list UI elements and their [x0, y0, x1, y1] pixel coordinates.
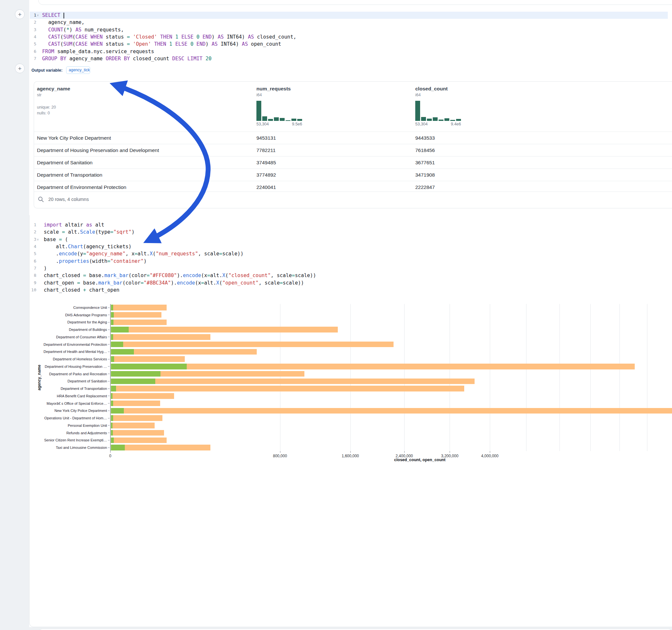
x-tick-label: 1,600,000	[342, 454, 359, 458]
x-tick-label: 4,000,000	[481, 454, 498, 458]
bar-open	[111, 312, 114, 318]
bar-open	[111, 415, 114, 421]
bar-closed	[111, 327, 338, 333]
y-axis-label: Mayorâ€ s Office of Special Enforce…	[30, 402, 107, 406]
bar-closed	[111, 401, 160, 406]
y-axis-line	[110, 304, 111, 452]
bar-open	[111, 356, 114, 362]
y-axis-label: Department of Transportation	[30, 387, 107, 390]
bar-open	[111, 386, 116, 391]
y-axis-label: Department of Parks and Recreation	[30, 372, 107, 376]
y-axis-label: Taxi and Limousine Commission	[30, 445, 107, 450]
y-axis-label: Department for the Aging	[30, 320, 107, 324]
x-tick-label: 0	[109, 454, 112, 458]
x-tick-label: 800,000	[273, 454, 287, 458]
gridline	[559, 304, 560, 452]
y-axis-label: Refunds and Adjustments	[30, 431, 107, 435]
bar-closed	[111, 319, 167, 325]
x-tick-mark	[110, 451, 111, 453]
bar-open	[111, 437, 114, 443]
y-axis-label: Department of Buildings	[30, 328, 107, 332]
gridline	[590, 304, 591, 452]
bar-open	[111, 445, 125, 451]
bar-closed	[111, 386, 464, 391]
next-cell-top-edge	[38, 629, 672, 630]
y-axis-label: New York City Police Department	[30, 409, 107, 413]
x-tick-mark	[490, 451, 490, 453]
y-tick-mark	[108, 359, 110, 359]
bar-open	[111, 422, 113, 429]
gridline	[526, 304, 526, 452]
y-axis-label: Operations Unit - Department of Hom…	[30, 416, 107, 420]
gridline	[404, 304, 405, 452]
bar-open	[111, 408, 124, 414]
x-tick-label: 2,400,000	[395, 454, 413, 458]
bar-open	[111, 371, 161, 377]
gridline	[620, 304, 620, 452]
y-tick-mark	[108, 344, 110, 344]
y-axis-label: Department of Consumer Affairs	[30, 335, 107, 339]
gridline	[280, 304, 281, 452]
bar-chart: agency_name closed_count, open_count Cor…	[0, 0, 672, 630]
y-tick-mark	[108, 433, 110, 433]
y-tick-mark	[108, 366, 110, 366]
gridline	[647, 304, 647, 452]
bar-closed	[111, 415, 162, 421]
gridline	[490, 304, 490, 452]
y-tick-mark	[108, 440, 110, 440]
bar-closed	[111, 379, 475, 384]
bar-closed	[111, 342, 394, 347]
bar-open	[111, 379, 155, 384]
y-tick-mark	[108, 352, 110, 352]
y-tick-mark	[108, 389, 110, 389]
y-tick-mark	[108, 381, 110, 382]
bar-open	[111, 349, 134, 355]
y-axis-label: Department of Homeless Services	[30, 357, 107, 361]
bar-closed	[111, 356, 185, 362]
x-tick-label: 3,200,000	[441, 454, 458, 458]
bar-open	[111, 364, 187, 369]
gridline	[450, 304, 450, 452]
bar-closed	[111, 422, 154, 429]
bar-open	[111, 305, 113, 311]
bar-closed	[111, 408, 672, 414]
y-axis-label: Department of Sanitation	[30, 379, 107, 383]
x-tick-mark	[450, 451, 450, 453]
y-tick-mark	[108, 330, 110, 330]
bar-closed	[111, 312, 162, 318]
y-axis-label: DHS Advantage Programs	[30, 313, 107, 317]
y-axis-label: Senior Citizen Rent Increase Exempti…	[30, 438, 107, 442]
bar-open	[111, 319, 114, 325]
x-tick-mark	[351, 451, 351, 453]
bar-open	[111, 342, 123, 347]
y-tick-mark	[108, 447, 110, 448]
y-axis-label: Department of Environmental Protection	[30, 343, 107, 346]
bar-open	[111, 327, 129, 333]
bar-open	[111, 430, 113, 436]
gridline	[351, 304, 351, 452]
x-tick-mark	[404, 451, 405, 453]
bar-open	[111, 393, 113, 399]
y-tick-mark	[108, 322, 110, 322]
bar-closed	[111, 364, 635, 369]
x-tick-mark	[280, 451, 281, 453]
y-tick-mark	[108, 411, 110, 411]
y-axis-label: HRA Benefit Card Replacement	[30, 394, 107, 398]
bar-closed	[111, 393, 174, 399]
bar-open	[111, 334, 113, 340]
bar-closed	[111, 334, 210, 340]
y-tick-mark	[108, 315, 110, 315]
y-axis-label: Correspondence Unit	[30, 306, 107, 310]
bar-open	[111, 401, 113, 406]
bar-closed	[111, 305, 167, 311]
y-tick-mark	[108, 337, 110, 337]
y-tick-mark	[108, 396, 110, 396]
y-axis-label: Department of Health and Mental Hyg…	[30, 350, 107, 354]
y-tick-mark	[108, 425, 110, 426]
y-tick-mark	[108, 308, 110, 308]
y-tick-mark	[108, 374, 110, 374]
bar-closed	[111, 430, 164, 436]
bar-closed	[111, 437, 167, 443]
y-axis-label: Personal Exemption Unit	[30, 423, 107, 428]
y-tick-mark	[108, 418, 110, 418]
